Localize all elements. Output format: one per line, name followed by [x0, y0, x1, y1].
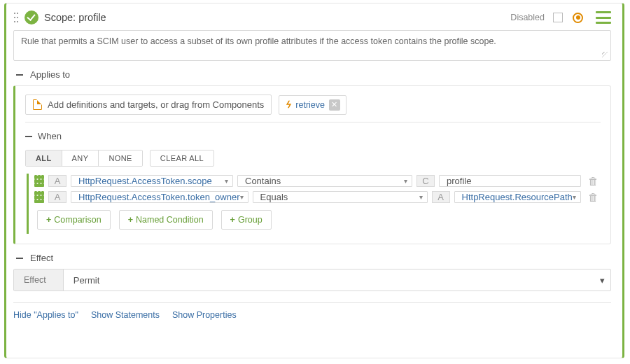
- add-comparison-button[interactable]: +Comparison: [37, 210, 111, 230]
- logic-none-button[interactable]: NONE: [99, 150, 141, 166]
- drag-handle-icon[interactable]: [13, 11, 19, 24]
- condition-row: A HttpRequest.AccessToken.scope▾ Contain…: [34, 175, 601, 187]
- lightning-icon: ϟ: [285, 99, 291, 110]
- effect-select[interactable]: Permit ▾: [64, 270, 610, 290]
- add-group-button[interactable]: +Group: [221, 210, 272, 230]
- value-input[interactable]: profile: [439, 175, 581, 187]
- definitions-hint: Add definitions and targets, or drag fro…: [48, 99, 264, 110]
- effect-row: Effect Permit ▾: [13, 269, 611, 291]
- effect-header[interactable]: Effect: [16, 253, 611, 263]
- disabled-checkbox[interactable]: [553, 13, 563, 22]
- applies-to-header[interactable]: Applies to: [16, 69, 611, 80]
- collapse-icon[interactable]: [25, 136, 32, 137]
- remove-retrieve-button[interactable]: ✕: [329, 99, 340, 111]
- operand-type-tag[interactable]: A: [432, 191, 450, 203]
- applies-to-panel: Add definitions and targets, or drag fro…: [13, 85, 611, 244]
- show-statements-link[interactable]: Show Statements: [91, 310, 160, 320]
- operand-type-tag[interactable]: C: [416, 175, 435, 187]
- chevron-down-icon: ▾: [225, 177, 228, 185]
- clear-all-button[interactable]: CLEAR ALL: [150, 150, 214, 167]
- chevron-down-icon: ▾: [419, 193, 423, 201]
- conditions-block: A HttpRequest.AccessToken.scope▾ Contain…: [27, 174, 601, 234]
- trash-icon[interactable]: 🗑: [585, 175, 601, 187]
- plus-icon: +: [128, 215, 133, 225]
- logic-any-button[interactable]: ANY: [62, 150, 99, 166]
- effect-section-label: Effect: [30, 253, 53, 263]
- plus-icon: +: [230, 215, 235, 225]
- attribute-select[interactable]: HttpRequest.AccessToken.scope▾: [71, 175, 233, 187]
- rule-card: Scope: profile Disabled Rule that permit…: [4, 3, 624, 358]
- chevron-down-icon: ▾: [404, 177, 407, 185]
- drag-handle-icon[interactable]: [34, 191, 44, 203]
- definitions-dropzone[interactable]: Add definitions and targets, or drag fro…: [25, 94, 272, 115]
- disabled-label: Disabled: [510, 13, 545, 22]
- chevron-down-icon: ▾: [573, 193, 576, 201]
- logic-segmented-control: ALL ANY NONE: [25, 150, 143, 167]
- collapse-icon[interactable]: [16, 74, 23, 76]
- chevron-down-icon: ▾: [240, 193, 244, 201]
- applies-to-label: Applies to: [30, 69, 70, 80]
- retrieve-label: retrieve: [295, 100, 325, 110]
- operator-select[interactable]: Contains▾: [237, 175, 412, 187]
- condition-row: A HttpRequest.AccessToken.token_owner▾ E…: [34, 191, 601, 203]
- show-properties-link[interactable]: Show Properties: [172, 310, 237, 320]
- collapse-icon[interactable]: [16, 258, 23, 259]
- chevron-down-icon: ▾: [600, 275, 605, 286]
- drag-handle-icon[interactable]: [34, 175, 44, 187]
- status-enabled-icon: [24, 10, 38, 24]
- operand-type-tag[interactable]: A: [48, 191, 66, 203]
- status-radio-icon[interactable]: [573, 13, 583, 23]
- when-header[interactable]: When: [25, 131, 601, 141]
- hide-applies-to-link[interactable]: Hide "Applies to": [13, 310, 78, 320]
- rule-title: Scope: profile: [44, 12, 106, 23]
- plus-icon: +: [46, 215, 51, 225]
- attribute-select[interactable]: HttpRequest.AccessToken.token_owner▾: [71, 191, 248, 203]
- operand-type-tag[interactable]: A: [48, 175, 66, 187]
- menu-icon[interactable]: [596, 11, 611, 24]
- trash-icon[interactable]: 🗑: [585, 191, 601, 203]
- when-label: When: [38, 131, 62, 141]
- footer-links: Hide "Applies to" Show Statements Show P…: [13, 302, 611, 320]
- rule-description[interactable]: Rule that permits a SCIM user to access …: [13, 30, 611, 61]
- add-named-condition-button[interactable]: +Named Condition: [119, 210, 213, 230]
- effect-field-label: Effect: [14, 270, 64, 290]
- attribute-select[interactable]: HttpRequest.ResourcePath▾: [454, 191, 581, 203]
- retrieve-chip[interactable]: ϟ retrieve ✕: [279, 95, 346, 115]
- rule-header: Scope: profile Disabled: [13, 10, 611, 24]
- operator-select[interactable]: Equals▾: [253, 191, 428, 203]
- document-plus-icon: [33, 99, 42, 110]
- logic-all-button[interactable]: ALL: [26, 150, 62, 166]
